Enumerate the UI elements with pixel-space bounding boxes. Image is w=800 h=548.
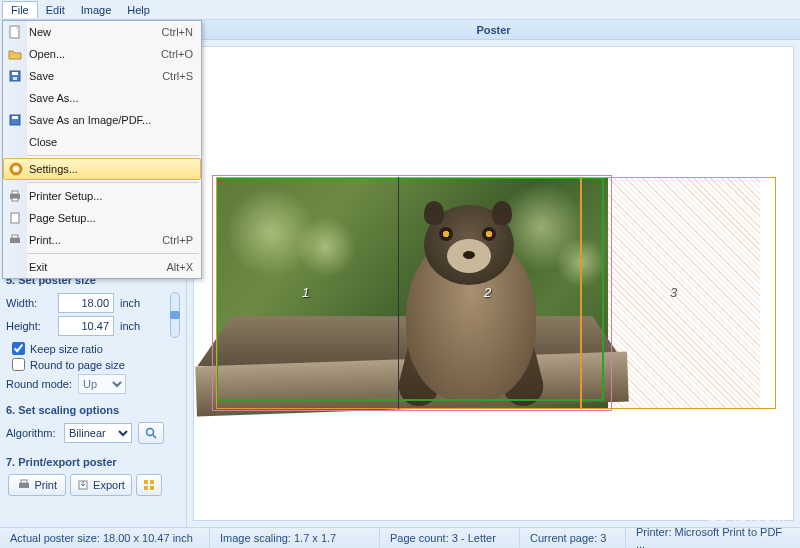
menu-separator-1: [5, 155, 199, 156]
gear-icon: [8, 161, 24, 177]
folder-open-icon: [7, 46, 23, 62]
svg-rect-25: [150, 486, 154, 490]
menu-settings-label: Settings...: [29, 163, 78, 175]
menu-open-shortcut: Ctrl+O: [161, 48, 193, 60]
tile-2-label: 2: [484, 285, 491, 300]
menu-exit[interactable]: Exit Alt+X: [3, 256, 201, 278]
svg-rect-20: [21, 480, 27, 483]
svg-point-17: [147, 429, 154, 436]
menu-save-shortcut: Ctrl+S: [162, 70, 193, 82]
print-button[interactable]: Print: [8, 474, 66, 496]
menu-close[interactable]: Close: [3, 131, 201, 153]
main-header: Poster: [187, 20, 800, 40]
menu-save-image-label: Save As an Image/PDF...: [29, 114, 151, 126]
poster-canvas[interactable]: 1 2 3: [193, 46, 794, 521]
grid-icon: [142, 478, 156, 492]
menu-open-label: Open...: [29, 48, 65, 60]
menu-print-shortcut: Ctrl+P: [162, 234, 193, 246]
menu-print-label: Print...: [29, 234, 61, 246]
keep-ratio-checkbox[interactable]: [12, 342, 25, 355]
size-slider[interactable]: [170, 292, 180, 338]
algorithm-select[interactable]: Bilinear: [64, 423, 132, 443]
menu-image[interactable]: Image: [73, 2, 120, 18]
tile-3-label: 3: [670, 285, 677, 300]
menu-printer-setup-label: Printer Setup...: [29, 190, 102, 202]
height-input[interactable]: [58, 316, 114, 336]
export-button[interactable]: Export: [70, 474, 132, 496]
algorithm-label: Algorithm:: [6, 427, 64, 439]
magnifier-icon: [144, 426, 158, 440]
menu-save-as[interactable]: Save As...: [3, 87, 201, 109]
page-setup-icon: [7, 210, 23, 226]
status-poster-size: Actual poster size: 18.00 x 10.47 inch: [0, 528, 210, 548]
menu-settings[interactable]: Settings...: [3, 158, 201, 180]
menu-save-label: Save: [29, 70, 54, 82]
svg-rect-19: [19, 483, 29, 488]
preview-zoom-button[interactable]: [138, 422, 164, 444]
menu-separator-3: [5, 253, 199, 254]
svg-rect-22: [144, 480, 148, 484]
print-icon: [17, 478, 30, 492]
printer-icon: [7, 188, 23, 204]
status-printer: Printer: Microsoft Print to PDF ...: [626, 528, 800, 548]
svg-rect-11: [11, 213, 19, 223]
svg-rect-3: [13, 77, 17, 80]
round-page-checkbox[interactable]: [12, 358, 25, 371]
svg-rect-10: [12, 198, 18, 201]
print-button-label: Print: [34, 479, 57, 491]
menu-close-label: Close: [29, 136, 57, 148]
menu-new[interactable]: New Ctrl+N: [3, 21, 201, 43]
svg-rect-23: [150, 480, 154, 484]
menu-page-setup[interactable]: Page Setup...: [3, 207, 201, 229]
svg-rect-12: [10, 238, 20, 243]
save-icon: [7, 68, 23, 84]
height-unit: inch: [120, 320, 140, 332]
svg-rect-5: [12, 116, 18, 119]
menubar: File Edit Image Help: [0, 0, 800, 20]
tile-1-label: 1: [302, 285, 309, 300]
svg-rect-9: [12, 191, 18, 194]
section-6-title: 6. Set scaling options: [6, 404, 180, 416]
statusbar: Actual poster size: 18.00 x 10.47 inch I…: [0, 527, 800, 548]
menu-print[interactable]: Print... Ctrl+P: [3, 229, 201, 251]
menu-help[interactable]: Help: [119, 2, 158, 18]
svg-rect-2: [12, 72, 18, 75]
width-input[interactable]: [58, 293, 114, 313]
keep-ratio-checkbox-row[interactable]: Keep size ratio: [12, 342, 180, 355]
menu-exit-shortcut: Alt+X: [166, 261, 193, 273]
tile-separator-1: [398, 177, 399, 409]
save-image-icon: [7, 112, 23, 128]
export-button-label: Export: [93, 479, 125, 491]
poster-photo: [216, 177, 608, 409]
menu-save-image-pdf[interactable]: Save As an Image/PDF...: [3, 109, 201, 131]
menu-separator-2: [5, 182, 199, 183]
poster-preview: 1 2 3: [216, 177, 776, 409]
status-scaling: Image scaling: 1.7 x 1.7: [210, 528, 380, 548]
status-page-count: Page count: 3 - Letter: [380, 528, 520, 548]
menu-page-setup-label: Page Setup...: [29, 212, 96, 224]
round-mode-label: Round mode:: [6, 378, 78, 390]
svg-rect-13: [12, 235, 18, 238]
menu-open[interactable]: Open... Ctrl+O: [3, 43, 201, 65]
keep-ratio-label: Keep size ratio: [30, 343, 103, 355]
menu-save-as-label: Save As...: [29, 92, 79, 104]
menu-new-shortcut: Ctrl+N: [162, 26, 193, 38]
file-menu-dropdown: New Ctrl+N Open... Ctrl+O Save Ctrl+S Sa…: [2, 20, 202, 279]
main-panel: Poster: [187, 20, 800, 527]
width-label: Width:: [6, 297, 58, 309]
print-icon: [7, 232, 23, 248]
menu-new-label: New: [29, 26, 51, 38]
section-7-title: 7. Print/export poster: [6, 456, 180, 468]
round-page-label: Round to page size: [30, 359, 125, 371]
export-all-button[interactable]: [136, 474, 162, 496]
export-icon: [77, 478, 89, 492]
menu-edit[interactable]: Edit: [38, 2, 73, 18]
menu-printer-setup[interactable]: Printer Setup...: [3, 185, 201, 207]
height-label: Height:: [6, 320, 58, 332]
svg-rect-24: [144, 486, 148, 490]
round-mode-select[interactable]: Up: [78, 374, 126, 394]
round-page-checkbox-row[interactable]: Round to page size: [12, 358, 180, 371]
menu-file[interactable]: File: [2, 1, 38, 18]
status-current-page: Current page: 3: [520, 528, 626, 548]
menu-save[interactable]: Save Ctrl+S: [3, 65, 201, 87]
